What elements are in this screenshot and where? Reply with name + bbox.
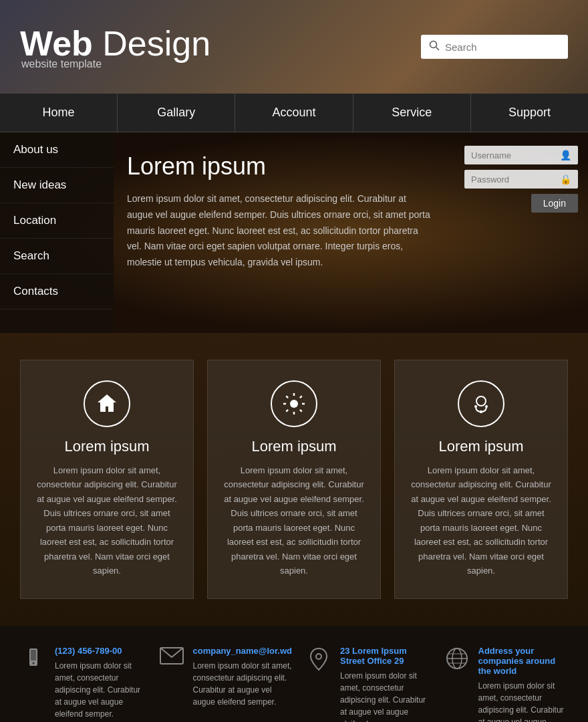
user-icon: 👤 [560,150,571,160]
footer-email-text: Lorem ipsum dolor sit amet, consectetur … [193,660,293,708]
footer-world-title: Address your companies around the world [478,646,569,676]
footer-phone-text: Lorem ipsum dolor sit amet, consectetur … [55,660,145,720]
card-1-title: Lorem ipsum [34,438,180,455]
main-nav: Home Gallary Account Service Support [0,94,588,132]
card-2-text: Lorem ipsum dolor sit amet, consectetur … [221,463,367,578]
svg-point-4 [474,405,477,408]
svg-rect-8 [31,650,36,660]
main-content: Lorem ipsum Lorem ipsum dolor sit amet, … [114,132,454,333]
main-body: Lorem ipsum dolor sit amet, consectetur … [127,191,434,271]
svg-point-3 [476,396,486,406]
footer-address-title: 23 Lorem Ipsum Street Office 29 [340,646,430,666]
nav-item-support[interactable]: Support [471,94,588,132]
cards-section: Lorem ipsum Lorem ipsum dolor sit amet, … [0,333,588,626]
login-button[interactable]: Login [531,194,578,213]
footer-address-text: Lorem ipsum dolor sit amet, consectetur … [340,670,430,723]
footer-world-text: Lorem ipsum dolor sit amet, consectetur … [478,680,569,723]
svg-point-2 [290,400,298,408]
nav-item-gallary[interactable]: Gallary [118,94,235,132]
footer-col-phone: (123) 456-789-00 Lorem ipsum dolor sit a… [20,646,145,723]
sidebar-item-location[interactable]: Location [0,203,114,239]
logo-web: Web [20,24,93,63]
svg-point-5 [485,405,488,408]
card-3-title: Lorem ipsum [408,438,554,455]
globe-icon [444,647,470,675]
sidebar-item-search[interactable]: Search [0,239,114,274]
header: Web Design website template [0,0,588,94]
footer-info: (123) 456-789-00 Lorem ipsum dolor sit a… [0,626,588,723]
footer-col-world: Address your companies around the world … [444,646,569,723]
nav-item-account[interactable]: Account [235,94,353,132]
nav-item-service[interactable]: Service [353,94,471,132]
nav-item-home[interactable]: Home [0,94,118,132]
card-3-icon [458,380,504,427]
card-3: Lorem ipsum Lorem ipsum dolor sit amet, … [394,360,568,599]
svg-point-9 [33,662,35,664]
phone-icon [20,647,47,672]
username-field-wrapper: 👤 [464,146,578,164]
card-1-text: Lorem ipsum dolor sit amet, consectetur … [34,463,180,578]
footer-col-address: 23 Lorem Ipsum Street Office 29 Lorem ip… [305,646,430,723]
sidebar-item-contacts[interactable]: Contacts [0,274,114,310]
sidebar-item-about-us[interactable]: About us [0,132,114,168]
svg-rect-6 [480,410,482,413]
footer-col-email: company_name@lor.wd Lorem ipsum dolor si… [158,646,293,723]
footer-email-title: company_name@lor.wd [193,646,293,656]
card-1-icon [84,380,130,427]
password-field[interactable] [471,174,557,185]
username-field[interactable] [471,150,557,160]
location-icon [305,647,332,676]
card-2: Lorem ipsum Lorem ipsum dolor sit amet, … [207,360,381,599]
sidebar: About us New ideas Location Search Conta… [0,132,114,333]
sidebar-item-new-ideas[interactable]: New ideas [0,168,114,203]
card-2-title: Lorem ipsum [221,438,367,455]
email-icon [158,647,185,669]
card-3-text: Lorem ipsum dolor sit amet, consectetur … [408,463,554,578]
search-input[interactable] [445,41,560,53]
search-icon [429,40,440,53]
svg-point-11 [316,654,321,659]
card-1: Lorem ipsum Lorem ipsum dolor sit amet, … [20,360,194,599]
footer-phone-title: (123) 456-789-00 [55,646,145,656]
card-2-icon [271,380,317,427]
search-box[interactable] [421,35,568,59]
svg-point-0 [430,41,437,48]
main-title: Lorem ipsum [127,152,434,180]
svg-line-1 [436,47,440,51]
logo: Web Design website template [20,23,210,70]
login-panel: 👤 🔒 Login [454,132,588,333]
lock-icon: 🔒 [560,174,571,185]
content-area: About us New ideas Location Search Conta… [0,132,588,333]
password-field-wrapper: 🔒 [464,170,578,189]
logo-design: Design [93,24,210,63]
